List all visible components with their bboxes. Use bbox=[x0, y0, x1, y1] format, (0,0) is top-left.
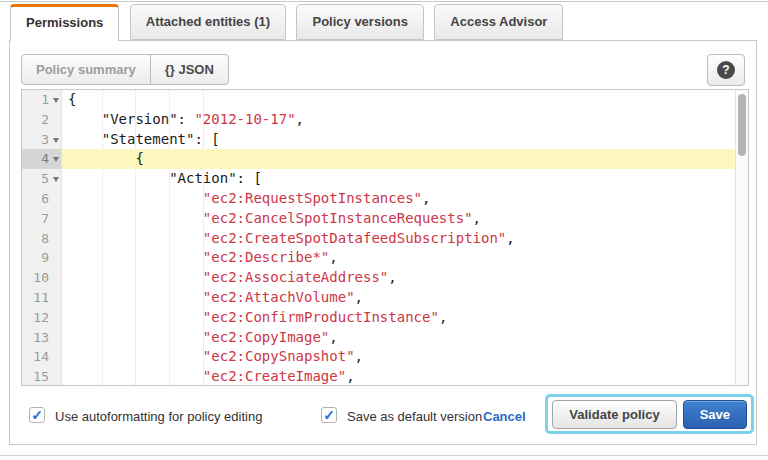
code-line-13[interactable]: "ec2:CopyImage", bbox=[62, 328, 735, 348]
code-token bbox=[68, 368, 203, 384]
code-line-7[interactable]: "ec2:CancelSpotInstanceRequests", bbox=[62, 209, 735, 229]
code-token: , bbox=[329, 329, 337, 345]
code-layer: { "Version": "2012-10-17", "Statement": … bbox=[62, 90, 735, 385]
string-token: "2012-10-17" bbox=[194, 111, 295, 127]
string-token: "ec2:CopySnapshot" bbox=[203, 348, 355, 364]
fold-arrow-icon[interactable] bbox=[53, 138, 59, 143]
checkmark-icon: ✓ bbox=[323, 408, 335, 422]
cancel-link[interactable]: Cancel bbox=[483, 409, 526, 424]
validate-policy-button[interactable]: Validate policy bbox=[552, 400, 676, 429]
code-token: , bbox=[506, 230, 514, 246]
gutter-line-11: 11 bbox=[22, 288, 61, 308]
code-token: , bbox=[329, 249, 337, 265]
string-token: "ec2:AssociateAddress" bbox=[203, 269, 388, 285]
code-token: { bbox=[68, 91, 76, 107]
code-line-15[interactable]: "ec2:CreateImage", bbox=[62, 367, 735, 385]
code-line-14[interactable]: "ec2:CopySnapshot", bbox=[62, 347, 735, 367]
string-token: "ec2:CreateImage" bbox=[203, 368, 346, 384]
code-token bbox=[68, 329, 203, 345]
json-policy-editor[interactable]: 123456789101112131415 { "Version": "2012… bbox=[21, 89, 749, 386]
code-token: { bbox=[68, 150, 144, 166]
code-line-11[interactable]: "ec2:AttachVolume", bbox=[62, 288, 735, 308]
gutter-line-6: 6 bbox=[22, 189, 61, 209]
string-token: "ec2:Describe*" bbox=[203, 249, 329, 265]
gutter-line-9: 9 bbox=[22, 248, 61, 268]
string-token: "ec2:CopyImage" bbox=[203, 329, 329, 345]
gutter-line-7: 7 bbox=[22, 209, 61, 229]
code-token bbox=[68, 210, 203, 226]
code-line-2[interactable]: "Version": "2012-10-17", bbox=[62, 110, 735, 130]
gutter: 123456789101112131415 bbox=[22, 90, 62, 385]
gutter-line-5[interactable]: 5 bbox=[22, 169, 61, 189]
save-default-version-label[interactable]: Save as default version bbox=[347, 409, 482, 424]
code-token: "Action": [ bbox=[68, 170, 262, 186]
code-line-12[interactable]: "ec2:ConfirmProductInstance", bbox=[62, 308, 735, 328]
string-token: "ec2:AttachVolume" bbox=[203, 289, 355, 305]
policy-summary-button[interactable]: Policy summary bbox=[22, 55, 151, 84]
code-token bbox=[68, 249, 203, 265]
code-line-3[interactable]: "Statement": [ bbox=[62, 130, 735, 150]
code-token bbox=[68, 348, 203, 364]
tab-bar: Permissions Attached entities (1) Policy… bbox=[10, 4, 569, 41]
gutter-line-2: 2 bbox=[22, 110, 61, 130]
gutter-line-1[interactable]: 1 bbox=[22, 90, 61, 110]
checkmark-icon: ✓ bbox=[31, 408, 43, 422]
top-divider bbox=[0, 1, 768, 2]
fold-arrow-icon[interactable] bbox=[53, 157, 59, 162]
autoformat-checkbox[interactable]: ✓ bbox=[29, 407, 45, 423]
gutter-line-3[interactable]: 3 bbox=[22, 130, 61, 150]
gutter-line-14: 14 bbox=[22, 347, 61, 367]
code-token bbox=[68, 230, 203, 246]
policy-editor-page: Permissions Attached entities (1) Policy… bbox=[0, 0, 768, 460]
editor-scrollbar[interactable] bbox=[735, 90, 748, 385]
fold-arrow-icon[interactable] bbox=[53, 98, 59, 103]
code-token: , bbox=[473, 210, 481, 226]
code-token bbox=[68, 269, 203, 285]
code-token: , bbox=[355, 348, 363, 364]
code-token: , bbox=[422, 190, 430, 206]
tab-permissions[interactable]: Permissions bbox=[10, 4, 119, 41]
code-line-5[interactable]: "Action": [ bbox=[62, 169, 735, 189]
code-token bbox=[68, 309, 203, 325]
gutter-line-12: 12 bbox=[22, 308, 61, 328]
fold-arrow-icon[interactable] bbox=[53, 177, 59, 182]
string-token: "ec2:RequestSpotInstances" bbox=[203, 190, 422, 206]
code-token: , bbox=[355, 289, 363, 305]
gutter-line-15: 15 bbox=[22, 367, 61, 386]
json-view-button[interactable]: {} JSON bbox=[151, 55, 228, 84]
code-rows: { "Version": "2012-10-17", "Statement": … bbox=[62, 90, 735, 385]
code-token: , bbox=[346, 368, 354, 384]
string-token: "ec2:ConfirmProductInstance" bbox=[203, 309, 439, 325]
save-button[interactable]: Save bbox=[683, 400, 747, 429]
code-line-8[interactable]: "ec2:CreateSpotDatafeedSubscription", bbox=[62, 229, 735, 249]
code-line-1[interactable]: { bbox=[62, 90, 735, 110]
gutter-line-8: 8 bbox=[22, 229, 61, 249]
tab-attached-entities[interactable]: Attached entities (1) bbox=[130, 4, 286, 40]
code-token: , bbox=[388, 269, 396, 285]
gutter-line-4[interactable]: 4 bbox=[22, 149, 61, 169]
string-token: "ec2:CancelSpotInstanceRequests" bbox=[203, 210, 473, 226]
scrollbar-thumb[interactable] bbox=[738, 94, 746, 156]
question-mark-icon: ? bbox=[717, 61, 735, 79]
gutter-line-13: 13 bbox=[22, 328, 61, 348]
code-token bbox=[68, 190, 203, 206]
code-token: "Statement": [ bbox=[68, 131, 220, 147]
save-default-version-checkbox[interactable]: ✓ bbox=[321, 407, 337, 423]
code-line-4[interactable]: { bbox=[62, 149, 735, 169]
autoformat-label[interactable]: Use autoformatting for policy editing bbox=[55, 409, 262, 424]
code-line-6[interactable]: "ec2:RequestSpotInstances", bbox=[62, 189, 735, 209]
code-token bbox=[68, 289, 203, 305]
bottom-divider bbox=[0, 455, 768, 456]
code-token: , bbox=[296, 111, 304, 127]
tab-policy-versions[interactable]: Policy versions bbox=[296, 4, 423, 40]
code-line-10[interactable]: "ec2:AssociateAddress", bbox=[62, 268, 735, 288]
tab-access-advisor[interactable]: Access Advisor bbox=[434, 4, 563, 40]
help-button[interactable]: ? bbox=[707, 54, 745, 86]
view-toggle-group: Policy summary {} JSON bbox=[21, 54, 229, 85]
permissions-panel: Policy summary {} JSON ? 123456789101112… bbox=[9, 40, 757, 445]
code-line-9[interactable]: "ec2:Describe*", bbox=[62, 248, 735, 268]
string-token: "ec2:CreateSpotDatafeedSubscription" bbox=[203, 230, 506, 246]
action-buttons-focus-ring: Validate policy Save bbox=[545, 394, 754, 434]
code-token: "Version": bbox=[68, 111, 194, 127]
code-token: , bbox=[439, 309, 447, 325]
